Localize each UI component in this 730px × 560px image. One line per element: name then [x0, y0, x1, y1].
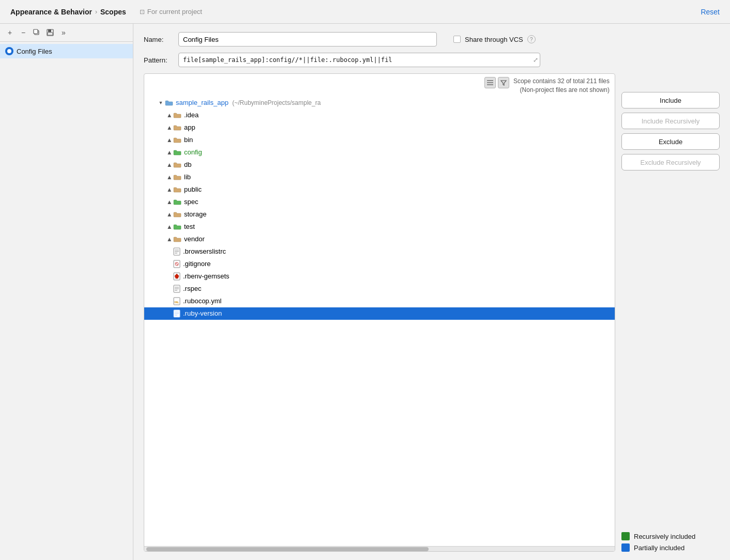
tree-node-rspec[interactable]: .rspec	[144, 283, 615, 295]
vcs-help-icon[interactable]: ?	[527, 35, 536, 43]
file-icon-yml: YML	[173, 297, 180, 305]
tree-node-rubocop-yml[interactable]: YML .rubocop.yml	[144, 295, 615, 307]
name-row: Name: Share through VCS ?	[144, 32, 720, 46]
folder-icon	[173, 112, 181, 118]
tree-expand-arrow: ▶	[165, 235, 173, 243]
folder-icon	[173, 174, 181, 180]
svg-rect-1	[34, 29, 38, 34]
node-text: public	[184, 185, 202, 193]
tree-node-sample-rails-app[interactable]: ▼ sample_rails_app (~/RubymineProjects/s…	[144, 97, 615, 109]
legend-partially-label: Partially included	[634, 544, 685, 552]
tree-node-spec[interactable]: ▶ spec	[144, 196, 615, 208]
pattern-row: Pattern: ⤢	[144, 53, 720, 67]
sidebar: + − »	[0, 24, 133, 560]
node-text: test	[184, 223, 195, 230]
folder-icon	[173, 162, 181, 168]
node-text: bin	[184, 136, 193, 144]
tree-panel: Scope contains 32 of total 211 files (No…	[144, 73, 615, 552]
tree-expand-arrow: ▶	[165, 148, 173, 157]
svg-rect-6	[487, 82, 493, 83]
tree-node-rbenv-gemsets[interactable]: .rbenv-gemsets	[144, 270, 615, 283]
node-text: storage	[184, 210, 206, 218]
tree-filter-button[interactable]	[498, 77, 509, 88]
vcs-checkbox[interactable]	[453, 36, 461, 43]
tree-scroll[interactable]: ▼ sample_rails_app (~/RubymineProjects/s…	[144, 95, 615, 546]
add-scope-button[interactable]: +	[4, 27, 16, 38]
tree-expand-arrow: ▶	[165, 123, 173, 132]
tree-node-lib[interactable]: ▶ lib	[144, 171, 615, 183]
file-icon-gitignore	[173, 260, 180, 268]
buttons-panel: Include Include Recursively Exclude Excl…	[621, 73, 720, 552]
folder-icon-green	[173, 199, 181, 205]
tree-node-app[interactable]: ▶ app	[144, 121, 615, 134]
file-icon-text	[173, 285, 180, 293]
svg-rect-7	[487, 84, 493, 85]
tree-info-bar: Scope contains 32 of total 211 files (No…	[144, 74, 615, 95]
scope-icon-inner	[7, 49, 11, 53]
pattern-input[interactable]	[178, 53, 540, 67]
tree-expand-arrow: ▼	[157, 99, 165, 107]
node-text: .idea	[184, 111, 199, 119]
exclude-button[interactable]: Exclude	[621, 133, 720, 150]
tree-expand-arrow: ▶	[165, 185, 173, 194]
include-button[interactable]: Include	[621, 92, 720, 108]
svg-rect-5	[487, 80, 493, 81]
file-icon-ruby	[173, 272, 180, 281]
tree-node-idea[interactable]: ▶ .idea	[144, 109, 615, 121]
tree-expand-arrow: ▶	[165, 210, 173, 219]
tree-toolbar	[484, 77, 509, 88]
project-icon: ⊡	[140, 8, 145, 15]
tree-expand-arrow: ▶	[165, 223, 173, 231]
svg-text:YML: YML	[174, 301, 179, 304]
node-subtext: (~/RubymineProjects/sample_ra	[231, 99, 321, 106]
tree-node-ruby-version[interactable]: .ruby-version	[144, 307, 615, 320]
tree-node-bin[interactable]: ▶ bin	[144, 134, 615, 146]
tree-node-public[interactable]: ▶ public	[144, 183, 615, 196]
tree-expand-arrow: ▶	[165, 136, 173, 144]
folder-icon	[173, 137, 181, 143]
tree-node-config[interactable]: ▶ config	[144, 146, 615, 159]
node-text: db	[184, 161, 191, 168]
tree-info-text: Scope contains 32 of total 211 files (No…	[513, 77, 610, 95]
for-current-project: ⊡ For current project	[140, 8, 202, 15]
name-label: Name:	[144, 36, 172, 43]
reset-button[interactable]: Reset	[701, 8, 720, 16]
horizontal-scrollbar[interactable]	[144, 546, 615, 551]
more-options-button[interactable]: »	[58, 27, 69, 38]
folder-icon	[173, 236, 181, 242]
for-current-project-label: For current project	[147, 8, 202, 15]
tree-node-db[interactable]: ▶ db	[144, 159, 615, 171]
legend-swatch-green	[621, 532, 630, 540]
tree-expand-arrow: ▶	[165, 111, 173, 119]
pattern-expand-button[interactable]: ⤢	[533, 56, 538, 64]
node-text: spec	[184, 198, 198, 206]
tree-info-line1: Scope contains 32 of total 211 files	[513, 77, 610, 86]
include-recursively-button[interactable]: Include Recursively	[621, 113, 720, 129]
scope-label: Config Files	[17, 48, 52, 55]
folder-icon	[165, 100, 173, 106]
node-text: vendor	[184, 235, 205, 243]
save-scope-button[interactable]	[44, 27, 56, 38]
node-text: .gitignore	[183, 260, 210, 268]
node-text: app	[184, 123, 195, 131]
breadcrumb-part2: Scopes	[100, 8, 126, 16]
tree-node-gitignore[interactable]: .gitignore	[144, 258, 615, 270]
folder-icon-green	[173, 224, 181, 230]
tree-node-browserslistrc[interactable]: .browserslistrc	[144, 245, 615, 258]
tree-node-storage[interactable]: ▶ storage	[144, 208, 615, 221]
tree-expand-arrow: ▶	[165, 198, 173, 206]
tree-expand-arrow: ▶	[165, 173, 173, 181]
tree-expand-arrow: ▶	[165, 161, 173, 169]
tree-node-vendor[interactable]: ▶ vendor	[144, 233, 615, 245]
remove-scope-button[interactable]: −	[18, 27, 29, 38]
copy-scope-button[interactable]	[31, 27, 42, 38]
tree-view-button[interactable]	[484, 77, 496, 88]
name-input[interactable]	[178, 32, 437, 46]
svg-rect-3	[48, 29, 51, 32]
tree-node-test[interactable]: ▶ test	[144, 221, 615, 233]
folder-icon	[173, 211, 181, 217]
sidebar-toolbar: + − »	[0, 24, 133, 42]
exclude-recursively-button[interactable]: Exclude Recursively	[621, 154, 720, 170]
breadcrumb: Appearance & Behavior › Scopes ⊡ For cur…	[10, 8, 701, 16]
sidebar-item-config-files[interactable]: Config Files	[0, 44, 133, 58]
